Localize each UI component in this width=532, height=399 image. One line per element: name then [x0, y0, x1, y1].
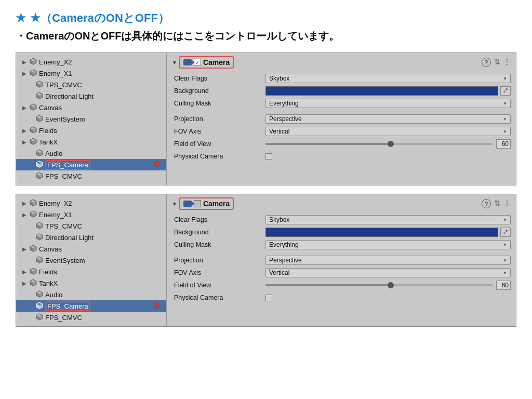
expand-arrow-icon[interactable]: ▶ [22, 246, 29, 252]
hierarchy-item[interactable]: FPS_CMVC [16, 312, 166, 323]
checkbox-input[interactable] [265, 295, 272, 301]
hierarchy-item[interactable]: TPS_CMVC [16, 79, 166, 90]
expand-arrow-icon[interactable]: ▶ [22, 269, 29, 275]
checkbox-input[interactable] [265, 153, 272, 160]
dropdown-value: Vertical [269, 128, 289, 135]
hierarchy-item-label: FPS_Camera [47, 302, 88, 310]
dropdown-field[interactable]: Vertical▼ [265, 127, 511, 136]
hierarchy-item-label: TPS_CMVC [45, 222, 82, 230]
expand-arrow-icon[interactable]: ▶ [22, 71, 29, 76]
fold-arrow-icon[interactable]: ▼ [172, 201, 177, 207]
property-row: Background [172, 85, 511, 97]
hierarchy-item[interactable]: Directional Light [16, 90, 166, 102]
cube-icon [36, 256, 43, 263]
cube-icon [36, 222, 43, 229]
hierarchy-item-label: Enemy_X1 [39, 211, 72, 219]
cube-icon [36, 233, 43, 241]
expand-arrow-icon[interactable]: ▶ [22, 139, 29, 145]
hierarchy-item[interactable]: Directional Light [16, 232, 166, 243]
expand-arrow-icon[interactable]: ▶ [22, 281, 29, 286]
hierarchy-item[interactable]: FPS_Camera [16, 159, 166, 170]
dropdown-field[interactable]: Perspective▼ [265, 114, 511, 124]
hierarchy-item[interactable]: TPS_CMVC [16, 220, 166, 232]
cube-icon [30, 279, 37, 286]
cube-icon [30, 138, 37, 145]
cube-icon [30, 103, 37, 111]
property-row: Clear FlagsSkybox▼ [172, 73, 511, 84]
expand-arrow-icon[interactable]: ▶ [22, 128, 29, 134]
dropdown-value: Perspective [269, 257, 302, 264]
slider-container: 60 [265, 139, 511, 149]
property-label: Projection [172, 115, 265, 123]
hierarchy-item[interactable]: ▶ TankX [16, 277, 166, 289]
hierarchy-item[interactable]: ▶ Enemy_X2 [16, 197, 166, 209]
property-label: Physical Camera [172, 153, 265, 160]
inspector-pane: ▼✓Camera?⇅⋮Clear FlagsSkybox▼BackgroundC… [167, 53, 516, 185]
property-label: Background [172, 229, 265, 236]
slider-track[interactable] [265, 284, 493, 286]
property-value [265, 86, 511, 96]
settings-icon[interactable]: ⇅ [494, 58, 500, 67]
svg-rect-94 [503, 232, 506, 234]
property-row: Clear FlagsSkybox▼ [172, 214, 511, 225]
expand-arrow-icon[interactable]: ▶ [22, 59, 29, 65]
dropdown-field[interactable]: Vertical▼ [265, 268, 511, 277]
eyedropper-icon[interactable] [500, 228, 511, 237]
property-value: Skybox▼ [265, 74, 511, 83]
dropdown-arrow-icon: ▼ [503, 129, 507, 134]
expand-arrow-icon[interactable]: ▶ [22, 212, 29, 218]
hierarchy-item[interactable]: ▶ Enemy_X1 [16, 209, 166, 220]
property-row: FOV AxisVertical▼ [172, 126, 511, 137]
hierarchy-item[interactable]: ▶ Fields [16, 266, 166, 277]
hierarchy-item[interactable]: Audio [16, 289, 166, 300]
slider-fill [265, 143, 391, 145]
hierarchy-item[interactable]: FPS_Camera [16, 300, 166, 312]
help-icon[interactable]: ? [482, 58, 491, 67]
slider-track[interactable] [265, 143, 493, 145]
hierarchy-item[interactable]: ▶ Enemy_X1 [16, 68, 166, 79]
color-field[interactable] [265, 86, 498, 96]
expand-arrow-icon[interactable]: ▶ [22, 105, 29, 111]
dropdown-field[interactable]: Perspective▼ [265, 256, 511, 265]
settings-icon[interactable]: ⇅ [494, 199, 500, 208]
expand-arrow-icon[interactable]: ▶ [22, 201, 29, 206]
hierarchy-item[interactable]: ▶ TankX [16, 136, 166, 148]
hierarchy-item[interactable]: ▶ Fields [16, 125, 166, 136]
camera-enable-checkbox[interactable]: ✓ [194, 59, 201, 66]
help-icon[interactable]: ? [482, 199, 491, 208]
slider-thumb[interactable] [388, 141, 394, 147]
hierarchy-item-label: Enemy_X1 [39, 70, 72, 77]
dropdown-field[interactable]: Skybox▼ [265, 74, 511, 83]
color-field[interactable] [265, 228, 498, 237]
fold-arrow-icon[interactable]: ▼ [172, 60, 177, 65]
inspector-component-title: Camera [203, 200, 230, 208]
property-value: Perspective▼ [265, 256, 511, 265]
dropdown-field[interactable]: Everything▼ [265, 240, 511, 249]
hierarchy-item[interactable]: EventSystem [16, 255, 166, 266]
property-value: 60 [265, 281, 511, 290]
property-row: Physical Camera [172, 151, 511, 162]
dropdown-field[interactable]: Everything▼ [265, 99, 511, 108]
dropdown-field[interactable]: Skybox▼ [265, 215, 511, 224]
hierarchy-item[interactable]: ▶ Canvas [16, 243, 166, 255]
hierarchy-item[interactable]: FPS_CMVC [16, 170, 166, 182]
camera-enable-checkbox[interactable] [194, 200, 201, 207]
selected-item-box: FPS_Camera [45, 301, 90, 311]
eyedropper-icon[interactable] [500, 86, 511, 96]
hierarchy-item[interactable]: ▶ Canvas [16, 102, 166, 113]
cube-icon [36, 81, 43, 88]
cube-icon [30, 69, 37, 76]
dropdown-value: Vertical [269, 269, 289, 276]
panel-1: ▶ Enemy_X2▶ Enemy_X1 TPS_CMVC Directiona… [16, 194, 516, 327]
hierarchy-item[interactable]: Audio [16, 148, 166, 159]
property-row: Field of View60 [172, 138, 511, 150]
hierarchy-item[interactable]: EventSystem [16, 113, 166, 125]
hierarchy-item[interactable]: ▶ Enemy_X2 [16, 56, 166, 68]
hierarchy-pane: ▶ Enemy_X2▶ Enemy_X1 TPS_CMVC Directiona… [16, 194, 167, 326]
menu-icon[interactable]: ⋮ [503, 58, 511, 67]
dropdown-arrow-icon: ▼ [503, 271, 507, 275]
slider-thumb[interactable] [388, 282, 394, 288]
menu-icon[interactable]: ⋮ [503, 199, 511, 208]
dropdown-arrow-icon: ▼ [503, 243, 507, 247]
slider-container: 60 [265, 281, 511, 290]
